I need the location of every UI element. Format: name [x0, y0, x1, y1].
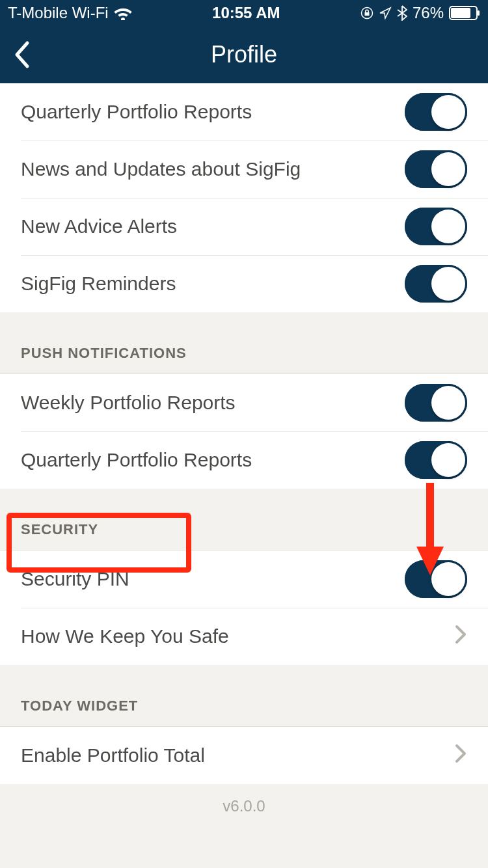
nav-bar: Profile	[0, 26, 488, 83]
row-label: New Advice Alerts	[21, 215, 405, 237]
carrier-label: T-Mobile Wi-Fi	[8, 4, 109, 22]
row-how-we-keep-you-safe[interactable]: How We Keep You Safe	[0, 608, 488, 665]
row-enable-portfolio-total[interactable]: Enable Portfolio Total	[0, 727, 488, 784]
row-label: SigFig Reminders	[21, 273, 405, 295]
toggle-security-pin[interactable]	[405, 560, 467, 598]
battery-icon	[449, 6, 480, 20]
row-label: Weekly Portfolio Reports	[21, 392, 405, 414]
chevron-right-icon	[454, 743, 467, 768]
section-header-security: SECURITY	[0, 489, 488, 550]
row-label: Enable Portfolio Total	[21, 744, 454, 766]
row-label: Quarterly Portfolio Reports	[21, 101, 405, 123]
row-label: How We Keep You Safe	[21, 625, 454, 647]
row-quarterly-portfolio-reports-push[interactable]: Quarterly Portfolio Reports	[0, 431, 488, 489]
row-label: News and Updates about SigFig	[21, 158, 405, 180]
chevron-left-icon	[13, 40, 31, 69]
battery-percent-label: 76%	[413, 4, 444, 22]
page-title: Profile	[211, 41, 277, 68]
wifi-icon	[114, 6, 132, 20]
status-time: 10:55 AM	[212, 4, 280, 22]
status-right: 76%	[360, 4, 480, 22]
toggle-weekly-portfolio-reports-push[interactable]	[405, 384, 467, 422]
row-sigfig-reminders[interactable]: SigFig Reminders	[0, 255, 488, 312]
toggle-news-updates[interactable]	[405, 150, 467, 188]
chevron-right-icon	[454, 624, 467, 649]
row-label: Quarterly Portfolio Reports	[21, 449, 405, 471]
status-bar: T-Mobile Wi-Fi 10:55 AM 76%	[0, 0, 488, 26]
row-security-pin[interactable]: Security PIN	[0, 550, 488, 608]
toggle-quarterly-portfolio-reports[interactable]	[405, 93, 467, 131]
row-weekly-portfolio-reports-push[interactable]: Weekly Portfolio Reports	[0, 374, 488, 431]
app-version-label: v6.0.0	[0, 784, 488, 828]
settings-group-security: Security PIN How We Keep You Safe	[0, 550, 488, 665]
settings-group-email: Quarterly Portfolio Reports News and Upd…	[0, 83, 488, 312]
location-icon	[379, 7, 392, 20]
svg-rect-2	[451, 8, 470, 18]
bluetooth-icon	[397, 5, 407, 21]
toggle-new-advice-alerts[interactable]	[405, 208, 467, 245]
back-button[interactable]	[13, 35, 39, 74]
row-quarterly-portfolio-reports[interactable]: Quarterly Portfolio Reports	[0, 83, 488, 141]
section-header-push-notifications: PUSH NOTIFICATIONS	[0, 312, 488, 374]
status-left: T-Mobile Wi-Fi	[8, 4, 132, 22]
settings-group-today-widget: Enable Portfolio Total	[0, 727, 488, 784]
settings-group-push: Weekly Portfolio Reports Quarterly Portf…	[0, 374, 488, 489]
row-news-updates-sigfig[interactable]: News and Updates about SigFig	[0, 141, 488, 198]
toggle-quarterly-portfolio-reports-push[interactable]	[405, 441, 467, 479]
toggle-sigfig-reminders[interactable]	[405, 265, 467, 303]
svg-rect-3	[478, 10, 480, 16]
rotation-lock-icon	[360, 7, 373, 20]
row-label: Security PIN	[21, 568, 405, 590]
row-new-advice-alerts[interactable]: New Advice Alerts	[0, 198, 488, 255]
section-header-today-widget: TODAY WIDGET	[0, 665, 488, 727]
